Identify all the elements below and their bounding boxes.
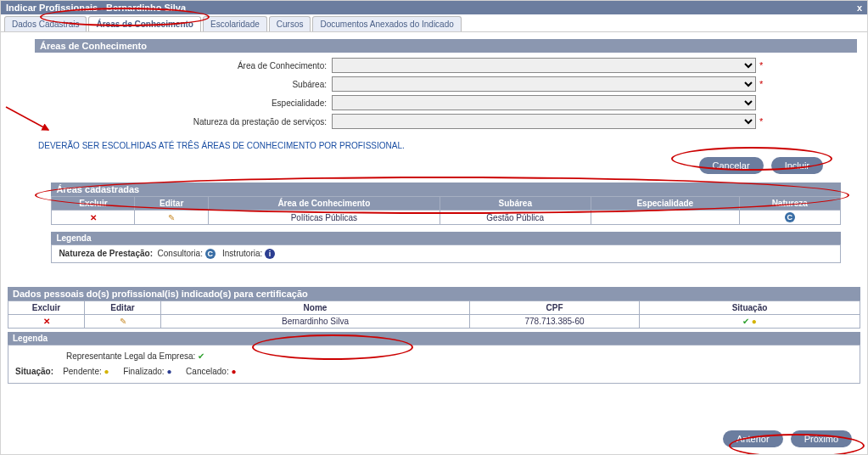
dot-icon: ● [231, 367, 236, 376]
dot-icon: ● [166, 367, 171, 376]
nav-buttons: Anterior Próximo [718, 430, 852, 447]
col-editar: Editar [135, 197, 208, 211]
cancel-button[interactable]: Cancelar [699, 157, 764, 174]
legend-areas: Legenda Natureza de Prestação: Consultor… [51, 232, 840, 263]
cell-nat: C [739, 211, 840, 225]
dot-icon: ● [104, 367, 109, 376]
select-natureza[interactable] [332, 114, 756, 129]
areas-form: Área de Conhecimento: * Subárea: * Espec… [35, 53, 857, 136]
include-button[interactable]: Incluir [771, 157, 823, 174]
delete-icon[interactable]: ✕ [90, 213, 97, 222]
legend-pendente: Pendente: [63, 367, 102, 376]
edit-icon[interactable]: ✎ [120, 317, 126, 326]
col-area: Área de Conhecimento [208, 197, 440, 211]
table-row: ✕ ✎ Políticas Públicas Gestão Pública C [52, 211, 840, 225]
col-excluir: Excluir [8, 301, 85, 315]
pessoais-header: Dados pessoais do(s) profissional(is) in… [8, 287, 860, 301]
table-row: ✕ ✎ Bernardinho Silva 778.713.385-60 ✔ ● [8, 315, 860, 329]
check-icon: ✔ [198, 351, 204, 361]
dot-icon: ● [752, 317, 757, 326]
required-mark: * [759, 116, 763, 126]
tab-documentos[interactable]: Documentos Anexados do Indicado [312, 16, 461, 31]
tab-escolaridade[interactable]: Escolaridade [203, 16, 267, 31]
select-subarea[interactable] [332, 76, 756, 92]
areas-panel: Áreas de Conhecimento Área de Conhecimen… [35, 39, 857, 263]
required-mark: * [759, 79, 763, 89]
cell-cpf: 778.713.385-60 [470, 315, 640, 329]
legend-consultoria: Consultoria: [158, 249, 203, 258]
label-subarea: Subárea: [43, 80, 332, 89]
delete-icon[interactable]: ✕ [43, 317, 50, 326]
col-natureza: Natureza [739, 197, 840, 211]
cell-situacao: ✔ ● [640, 315, 860, 329]
pessoais-table: Excluir Editar Nome CPF Situação ✕ ✎ Ber… [8, 301, 860, 329]
tab-cursos[interactable]: Cursos [269, 16, 311, 31]
legend-finalizado: Finalizado: [123, 367, 164, 376]
required-mark: * [759, 60, 763, 70]
tab-strip: Dados Cadastrais Áreas de Conhecimento E… [1, 14, 867, 32]
cell-subarea: Gestão Pública [440, 211, 591, 225]
legend-rep: Representante Legal da Empresa: [66, 351, 195, 361]
edit-icon[interactable]: ✎ [168, 213, 175, 222]
col-nome: Nome [161, 301, 470, 315]
cell-nome[interactable]: Bernardinho Silva [161, 315, 470, 329]
select-especialidade[interactable] [332, 95, 756, 110]
areas-cadastradas-header: Áreas cadastradas [51, 183, 840, 196]
tab-dados-cadastrais[interactable]: Dados Cadastrais [4, 16, 87, 31]
window-title-bar: Indicar Profissionais - Bernardinho Silv… [1, 1, 867, 14]
col-editar: Editar [85, 301, 161, 315]
window-title: Indicar Profissionais - Bernardinho Silv… [6, 3, 186, 13]
hint-text: DEVERÃO SER ESCOLHIDAS ATÉ TRÊS ÁREAS DE… [35, 141, 857, 150]
legend-situacao: Situação: [15, 367, 53, 376]
col-excluir: Excluir [52, 197, 135, 211]
c-badge-icon: C [785, 212, 795, 222]
tab-areas-conhecimento[interactable]: Áreas de Conhecimento [88, 16, 200, 31]
label-area: Área de Conhecimento: [43, 61, 332, 70]
cell-area: Políticas Públicas [208, 211, 440, 225]
prev-button[interactable]: Anterior [723, 430, 783, 447]
check-icon: ✔ [742, 317, 749, 326]
legend-header: Legenda [51, 232, 840, 244]
legend-cancelado: Cancelado: [186, 367, 229, 376]
c-badge-icon: C [205, 249, 216, 259]
areas-header: Áreas de Conhecimento [35, 39, 857, 53]
legend-label: Natureza de Prestação: [59, 249, 153, 258]
select-area[interactable] [332, 58, 756, 73]
label-especialidade: Especialidade: [43, 98, 332, 108]
legend-header: Legenda [8, 332, 860, 345]
legend-instrutoria: Instrutoria: [222, 249, 262, 258]
i-badge-icon: i [265, 249, 275, 259]
next-button[interactable]: Próximo [791, 430, 852, 447]
legend-pessoais: Legenda Representante Legal da Empresa: … [8, 332, 860, 384]
col-especialidade: Especialidade [591, 197, 739, 211]
col-cpf: CPF [470, 301, 640, 315]
col-subarea: Subárea [440, 197, 591, 211]
cell-esp [591, 211, 739, 225]
label-natureza: Natureza da prestação de serviços: [43, 117, 332, 126]
pessoais-panel: Dados pessoais do(s) profissional(is) in… [8, 287, 860, 384]
areas-table: Excluir Editar Área de Conhecimento Subá… [51, 196, 840, 225]
col-situacao: Situação [640, 301, 860, 315]
close-icon[interactable]: x [857, 3, 862, 13]
